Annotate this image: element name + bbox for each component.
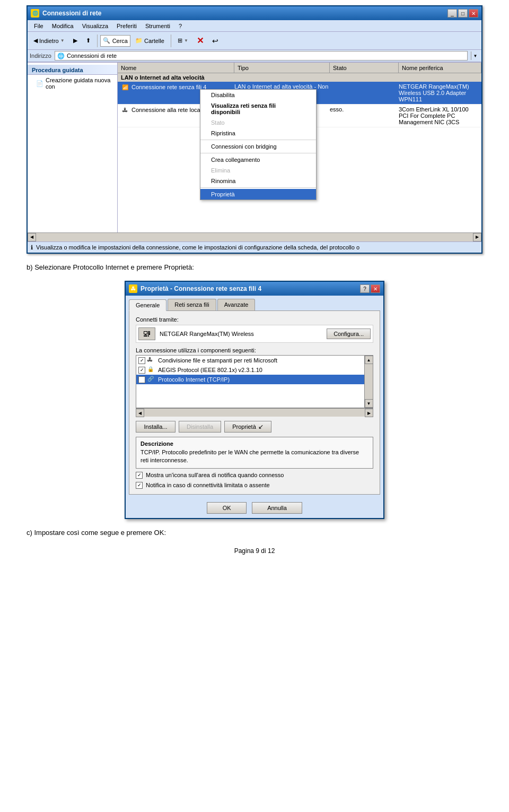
desc-section: Descrizione TCP/IP. Protocollo predefini… xyxy=(136,437,373,469)
scroll-up-button[interactable]: ▲ xyxy=(365,356,373,364)
ctx-crea-collegamento[interactable]: Crea collegamento xyxy=(200,154,316,165)
tab-generale[interactable]: Generale xyxy=(129,299,166,311)
search-icon: 🔍 xyxy=(103,37,110,44)
wifi-name-text: Connessione rete senza fili 4 xyxy=(131,84,206,90)
ctx-proprieta[interactable]: Proprietà xyxy=(200,189,316,200)
views-icon: ⊞ xyxy=(178,37,182,44)
search-label: Cerca xyxy=(112,38,128,44)
chk-notifica[interactable] xyxy=(136,472,143,479)
address-dropdown-button[interactable]: ▼ xyxy=(471,51,479,60)
comp-icon-condivisione: 🖧 xyxy=(147,357,156,364)
ctx-connessioni-bridging[interactable]: Connessioni con bridging xyxy=(200,141,316,152)
comp-name-condivisione: Condivisione file e stampanti per reti M… xyxy=(158,357,277,364)
dialog-title-icon: 🖧 xyxy=(129,284,137,293)
components-label: La connessione utilizza i componenti seg… xyxy=(136,347,373,353)
close-button[interactable]: ✕ xyxy=(469,9,478,18)
dialog-body: Connetti tramite: 🖳 NETGEAR RangeMax(TM)… xyxy=(129,310,380,495)
chk-connettivita[interactable] xyxy=(136,482,143,489)
dialog-footer: OK Annulla xyxy=(126,498,383,518)
comp-hscroll-right[interactable]: ▶ xyxy=(365,409,373,417)
ctx-disabilita[interactable]: Disabilita xyxy=(200,90,316,100)
back-arrow-icon: ▼ xyxy=(60,38,65,43)
comp-checkbox-condivisione[interactable] xyxy=(138,357,145,364)
ctx-visualizza-reti[interactable]: Visualizza reti senza fili disponibili xyxy=(200,100,316,117)
configura-button[interactable]: Configura... xyxy=(327,329,371,339)
title-bar-left: 🌐 Connessioni di rete xyxy=(31,9,101,18)
menu-file[interactable]: File xyxy=(30,22,48,30)
action-buttons-row: Installa... Disinstalla Proprietà ↙ xyxy=(136,421,373,433)
guidata-label: Creazione guidata nuova con xyxy=(46,77,113,90)
checkbox-notifica[interactable]: Mostra un'icona sull'area di notifica qu… xyxy=(136,472,373,479)
back-icon: ◀ xyxy=(33,37,38,44)
explorer-window-icon: 🌐 xyxy=(31,9,39,18)
col-periferica[interactable]: Nome periferica xyxy=(399,63,481,73)
annulla-button[interactable]: Annulla xyxy=(252,502,302,514)
back-button[interactable]: ◀ Indietro ▼ xyxy=(30,33,68,48)
dialog-close-button[interactable]: ✕ xyxy=(371,284,380,293)
comp-item-aegis[interactable]: 🔒 AEGIS Protocol (IEEE 802.1x) v2.3.1.10 xyxy=(136,365,373,375)
dialog-title-text: 🖧 Proprietà - Connessione rete senza fil… xyxy=(129,284,261,293)
undo-button[interactable]: ↩ xyxy=(208,33,222,48)
installa-button[interactable]: Installa... xyxy=(136,421,175,433)
col-nome[interactable]: Nome xyxy=(118,63,234,73)
menu-strumenti[interactable]: Strumenti xyxy=(141,22,174,30)
col-tipo[interactable]: Tipo xyxy=(234,63,330,73)
toolbar-separator-1 xyxy=(97,34,98,47)
status-text: Visualizza o modifica le impostazioni de… xyxy=(36,244,359,250)
col-stato[interactable]: Stato xyxy=(330,63,399,73)
h-scroll-right-button[interactable]: ▶ xyxy=(473,233,481,241)
instruction-b-text: b) Selezionare Protocollo Internet e pre… xyxy=(27,263,194,271)
net-item-lan-device: 3Com EtherLink XL 10/100 PCI For Complet… xyxy=(399,106,478,125)
minimize-button[interactable]: _ xyxy=(447,9,457,18)
pane-section-guidata: Procedura guidata xyxy=(28,65,117,75)
dialog-help-button[interactable]: ? xyxy=(360,284,370,293)
menu-help[interactable]: ? xyxy=(174,22,186,30)
tab-reti-senza-fili[interactable]: Reti senza fili xyxy=(168,299,216,310)
components-list-scrollbar: ▲ ▼ xyxy=(364,356,373,408)
proprieta-btn-text: Proprietà xyxy=(232,424,256,430)
search-box: 🔍 Cerca xyxy=(100,35,130,47)
ctx-ripristina[interactable]: Ripristina xyxy=(200,128,316,139)
folders-button[interactable]: 📁 Cartelle xyxy=(131,36,168,46)
h-scroll-left-button[interactable]: ◀ xyxy=(28,233,36,241)
forward-button[interactable]: ▶ xyxy=(69,33,81,48)
properties-dialog: 🖧 Proprietà - Connessione rete senza fil… xyxy=(125,281,384,519)
connetti-label: Connetti tramite: xyxy=(136,316,373,323)
folder-icon: 📁 xyxy=(135,37,143,44)
toolbar-separator-2 xyxy=(171,34,171,47)
ctx-sep-2 xyxy=(200,153,316,153)
comp-hscroll-track[interactable] xyxy=(144,409,365,417)
menu-modifica[interactable]: Modifica xyxy=(48,22,78,30)
context-menu: Disabilita Visualizza reti senza fili di… xyxy=(200,89,317,200)
tab-avanzate[interactable]: Avanzate xyxy=(217,299,256,310)
delete-button[interactable]: ✕ xyxy=(193,33,207,48)
net-item-lan-status: esso. xyxy=(330,106,399,113)
scroll-down-button[interactable]: ▼ xyxy=(365,399,373,408)
page-footer: Pagina 9 di 12 xyxy=(0,547,509,555)
comp-hscroll-left[interactable]: ◀ xyxy=(136,409,144,417)
ok-button[interactable]: OK xyxy=(207,502,247,514)
menu-visualizza[interactable]: Visualizza xyxy=(78,22,112,30)
guidata-item[interactable]: 📄 Creazione guidata nuova con xyxy=(28,76,117,91)
address-input[interactable]: 🌐 Connessioni di rete xyxy=(55,51,468,61)
comp-item-condivisione[interactable]: 🖧 Condivisione file e stampanti per reti… xyxy=(136,356,373,365)
section-lan-label: LAN o Internet ad alta velocità xyxy=(118,73,481,82)
checkbox-connettivita[interactable]: Notifica in caso di connettività limitat… xyxy=(136,482,373,489)
adapter-icon: 🖳 xyxy=(138,327,155,340)
comp-checkbox-aegis[interactable] xyxy=(138,367,145,374)
menu-preferiti[interactable]: Preferiti xyxy=(112,22,141,30)
proprieta-button[interactable]: Proprietà ↙ xyxy=(224,421,271,433)
comp-item-tcpip[interactable]: 🔗 Protocollo Internet (TCP/IP) xyxy=(136,375,373,384)
explorer-window: 🌐 Connessioni di rete _ □ ✕ File Modific… xyxy=(27,5,482,254)
maximize-button[interactable]: □ xyxy=(458,9,468,18)
up-button[interactable]: ⬆ xyxy=(82,33,94,48)
dialog-title-bar: 🖧 Proprietà - Connessione rete senza fil… xyxy=(126,282,383,296)
status-icon: ℹ xyxy=(31,244,33,251)
disinstalla-button: Disinstalla xyxy=(179,421,221,433)
h-scroll-track[interactable] xyxy=(36,233,473,241)
menu-bar: File Modifica Visualizza Preferiti Strum… xyxy=(28,20,481,32)
views-button[interactable]: ⊞ ▼ xyxy=(174,33,192,48)
ctx-rinomina[interactable]: Rinomina xyxy=(200,176,316,186)
comp-checkbox-tcpip[interactable] xyxy=(138,376,145,383)
components-list: 🖧 Condivisione file e stampanti per reti… xyxy=(136,355,373,408)
